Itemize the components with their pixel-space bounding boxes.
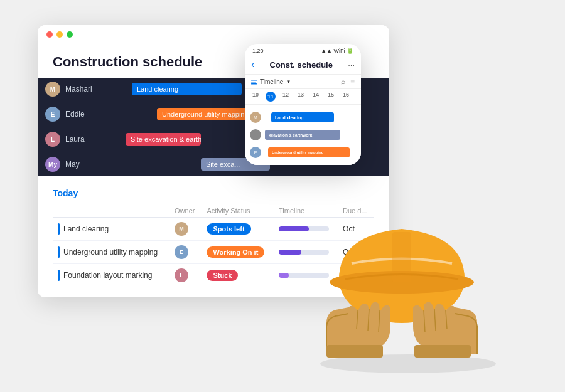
- status-badge: Spots left: [207, 223, 250, 235]
- activity-name-cell: Underground utility mapping: [53, 241, 170, 264]
- signal-icons: ▲▲ WiFi 🔋: [321, 48, 353, 54]
- back-button[interactable]: ‹: [251, 59, 254, 70]
- gantt-bar-land-clearing: Land clearing: [132, 83, 242, 95]
- phone-gantt-row: E Underground utility mapping: [245, 144, 361, 161]
- gantt-person: My May: [38, 154, 119, 174]
- titlebar: [38, 25, 389, 44]
- construction-imagery: [314, 191, 515, 379]
- activity-name-cell: Foundation layout marking: [53, 264, 170, 287]
- header-icons: ···: [348, 60, 355, 70]
- cal-day[interactable]: 13: [295, 92, 306, 102]
- person-name: May: [65, 160, 80, 169]
- cal-day[interactable]: 15: [325, 92, 336, 102]
- activity-name-cell: Land clearing: [53, 218, 170, 241]
- cal-day[interactable]: 10: [250, 92, 261, 102]
- cal-day[interactable]: 16: [340, 92, 352, 102]
- gantt-person: L Laura: [38, 129, 119, 149]
- cal-day[interactable]: 12: [280, 92, 291, 102]
- phone-avatar: E: [250, 147, 261, 158]
- phone-gantt: M Land clearing xcavation & earthwork E …: [245, 105, 361, 165]
- phone-avatar: M: [250, 112, 261, 123]
- status-badge: Stuck: [207, 270, 238, 281]
- mobile-card: 1:20 ▲▲ WiFi 🔋 ‹ Const. schedule ··· Tim…: [245, 44, 361, 165]
- timeline-label: Timeline: [260, 78, 283, 85]
- status-cell: Spots left: [202, 218, 274, 241]
- svg-rect-12: [326, 345, 383, 358]
- svg-rect-2: [251, 83, 257, 85]
- col-header-owner: Owner: [170, 204, 202, 218]
- calendar-bar: 10 11 12 13 14 15 16: [245, 89, 361, 105]
- phone-gantt-bar: Land clearing: [271, 112, 334, 122]
- row-indicator: [58, 270, 60, 281]
- timeline-toggle[interactable]: Timeline ▼: [251, 78, 291, 85]
- gantt-bar-site-excavation: Site excavation & earthwork: [126, 133, 201, 146]
- person-name: Eddie: [65, 110, 85, 119]
- timeline-icon: [251, 78, 257, 85]
- dot-green[interactable]: [67, 31, 73, 38]
- activity-name: Underground utility mapping: [63, 248, 158, 257]
- activity-name: Land clearing: [63, 225, 109, 233]
- avatar: E: [45, 107, 60, 122]
- person-name: Laura: [65, 135, 85, 144]
- cal-day[interactable]: 14: [310, 92, 321, 102]
- status-time: 1:20: [252, 48, 264, 54]
- avatar: L: [45, 132, 60, 147]
- status-bar: 1:20 ▲▲ WiFi 🔋: [245, 44, 361, 56]
- owner-avatar: L: [175, 268, 188, 282]
- status-badge: Working On it: [207, 246, 264, 258]
- phone-title: Const. schedule: [270, 60, 333, 70]
- more-icon[interactable]: ···: [348, 60, 355, 70]
- row-indicator: [58, 246, 60, 258]
- filter-icon[interactable]: ≡: [350, 77, 355, 86]
- col-header-name: [53, 204, 170, 218]
- row-indicator: [58, 223, 60, 235]
- col-header-status: Activity Status: [202, 204, 274, 218]
- owner-cell: L: [170, 264, 202, 287]
- phone-gantt-bar: xcavation & earthwork: [265, 130, 340, 140]
- search-icon[interactable]: ⌕: [341, 77, 345, 86]
- status-cell: Working On it: [202, 241, 274, 264]
- cal-day-today[interactable]: 11: [265, 92, 276, 102]
- dot-yellow[interactable]: [56, 31, 63, 38]
- svg-rect-16: [414, 345, 471, 358]
- owner-avatar: M: [175, 222, 188, 236]
- phone-avatar: [250, 129, 261, 140]
- gantt-person: E Eddie: [38, 104, 119, 124]
- gloves-illustration: [320, 292, 483, 367]
- gantt-person: M Mashari: [38, 79, 119, 99]
- svg-rect-1: [251, 82, 256, 83]
- avatar: M: [45, 82, 60, 97]
- chevron-down-icon: ▼: [286, 79, 291, 85]
- owner-cell: M: [170, 218, 202, 241]
- person-name: Mashari: [65, 85, 92, 93]
- owner-cell: E: [170, 241, 202, 264]
- owner-avatar: E: [175, 245, 188, 259]
- phone-header: ‹ Const. schedule ···: [245, 56, 361, 75]
- activity-name: Foundation layout marking: [63, 271, 152, 280]
- phone-gantt-row: M Land clearing: [245, 109, 361, 126]
- progress-fill: [279, 226, 309, 231]
- svg-rect-0: [251, 80, 257, 81]
- status-cell: Stuck: [202, 264, 274, 287]
- dot-red[interactable]: [46, 31, 53, 38]
- phone-gantt-bar: Underground utility mapping: [268, 147, 350, 157]
- progress-fill: [279, 250, 301, 255]
- phone-gantt-row: xcavation & earthwork: [245, 126, 361, 144]
- gantt-bar-underground: Underground utility mapping: [157, 108, 254, 120]
- phone-toolbar: Timeline ▼ ⌕ ≡: [245, 75, 361, 89]
- avatar: My: [45, 157, 60, 172]
- progress-fill: [279, 273, 289, 278]
